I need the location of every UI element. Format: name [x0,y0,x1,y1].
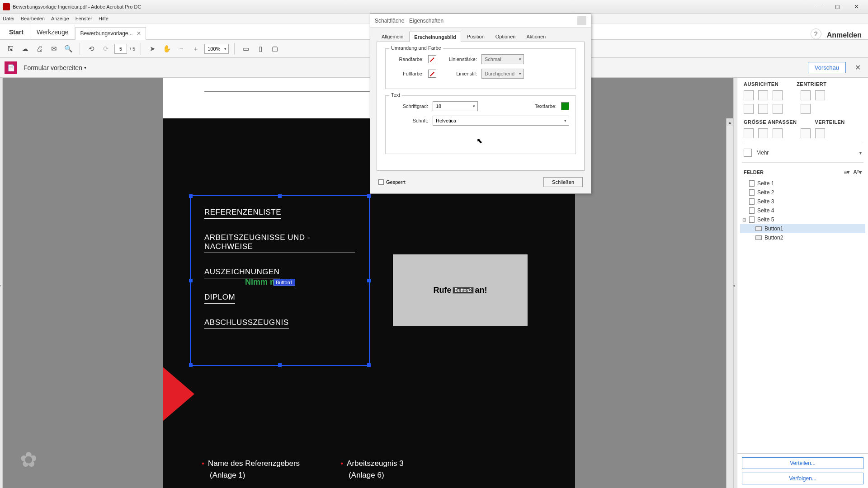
distribute-h-icon[interactable] [801,128,811,138]
align-middle-icon[interactable] [758,104,768,114]
line-style-combo[interactable]: Durchgehend [481,69,524,79]
search-icon[interactable]: 🔍 [62,43,74,55]
menu-datei[interactable]: Datei [3,16,14,21]
page-input[interactable] [114,44,127,54]
tree-field-button1[interactable]: Button1 [740,224,865,233]
fieldset-text: Text Schriftgrad: 18 Textfarbe: Schrift:… [385,95,576,154]
resize-handle[interactable] [367,194,371,198]
align-right-icon[interactable] [773,90,783,100]
print-icon[interactable]: 🖨 [33,43,45,55]
document-tab[interactable]: Bewerbungsvorlage... ✕ [75,27,146,40]
tree-field-button2[interactable]: Button2 [740,233,865,242]
match-width-icon[interactable] [744,128,754,138]
maximize-button[interactable]: ◻ [828,2,846,12]
zoom-in-icon[interactable]: + [190,43,202,55]
form-field-button1[interactable]: REFERENZENLISTE ARBEITSZEUGNISSE UND -NA… [190,195,370,366]
fit-page-icon[interactable]: ▯ [255,43,266,55]
resize-handle[interactable] [278,363,282,367]
field-name-tag: Button2 [453,287,474,294]
list-item: REFERENZENLISTE [204,208,281,219]
center-h-icon[interactable] [801,90,811,100]
align-bottom-icon[interactable] [773,104,783,114]
save-icon[interactable]: 🖫 [5,43,16,55]
more-menu[interactable]: Mehr ▾ [737,146,868,160]
center-both-icon[interactable] [801,104,811,114]
document-area[interactable]: ✿ REFERENZENLISTE ARBEITSZEUGNISSE UND -… [3,78,733,488]
resize-handle[interactable] [189,363,193,367]
tab-aktionen[interactable]: Aktionen [521,31,551,42]
minimize-button[interactable]: — [809,2,827,12]
zoom-combo[interactable]: 100% [204,44,229,54]
form-toolbar-close-icon[interactable]: ✕ [852,63,863,72]
resize-handle[interactable] [367,363,371,367]
sort-az-icon[interactable]: Aᶻ▾ [853,169,862,175]
tree-page[interactable]: Seite 2 [740,188,865,197]
hand-tool-icon[interactable]: ✋ [161,43,173,55]
help-icon[interactable]: ? [811,28,821,39]
titlebar: Bewerbungsvorlage Ingenieur.pdf - Adobe … [0,0,868,14]
document-tab-label: Bewerbungsvorlage... [80,30,132,37]
scroll-up-icon[interactable]: ▴ [726,118,733,126]
tab-allgemein[interactable]: Allgemein [377,31,408,42]
section-zentriert: ZENTRIERT [797,81,826,87]
right-nav-toggle[interactable] [733,78,737,488]
align-center-icon[interactable] [758,90,768,100]
cloud-icon[interactable]: ☁ [19,43,31,55]
align-top-icon[interactable] [744,104,754,114]
vertical-scrollbar[interactable]: ▴ [726,118,733,488]
form-field-button2[interactable]: Rufe Button2 an! [392,254,528,326]
font-size-combo[interactable]: 18 [433,101,478,111]
match-both-icon[interactable] [773,128,783,138]
verfolgen-button[interactable]: Verfolgen... [742,473,863,484]
resize-handle[interactable] [189,194,193,198]
fit-width-icon[interactable]: ▭ [240,43,252,55]
page-down-icon[interactable]: ⟳ [100,43,112,55]
section-verteilen: VERTEILEN [815,119,845,125]
menu-bearbeiten[interactable]: Bearbeiten [21,16,45,21]
dialog-close-icon[interactable] [577,16,586,25]
tree-page[interactable]: ⊟Seite 5 [740,215,865,224]
fit-visible-icon[interactable]: ▢ [269,43,281,55]
dialog-close-button[interactable]: Schließen [543,177,583,187]
resize-handle[interactable] [278,194,282,198]
resize-handle[interactable] [367,279,371,282]
border-color-swatch[interactable] [428,55,436,63]
line-thickness-combo[interactable]: Schmal [481,54,524,64]
preview-button[interactable]: Vorschau [808,62,846,73]
tab-erscheinungsbild[interactable]: Erscheinungsbild [409,32,461,42]
label-linienstil: Linienstil: [445,71,477,76]
legend-border: Umrandung und Farbe [389,45,443,51]
zoom-out-icon[interactable]: − [175,43,187,55]
verteilen-button[interactable]: Verteilen... [742,457,863,469]
form-tool-title[interactable]: Formular vorbereiten▾ [24,64,86,71]
fill-color-swatch[interactable] [428,70,436,78]
page-up-icon[interactable]: ⟲ [85,43,97,55]
sort-icon[interactable]: ≡▾ [844,169,849,175]
button2-caption-pre: Rufe [434,286,452,295]
tab-werkzeuge[interactable]: Werkzeuge [30,25,75,39]
close-window-button[interactable]: ✕ [847,2,865,12]
locked-checkbox[interactable]: Gesperrt [378,179,406,185]
match-height-icon[interactable] [758,128,768,138]
center-v-icon[interactable] [815,90,825,100]
menu-anzeige[interactable]: Anzeige [51,16,69,21]
dialog-title-bar[interactable]: Schaltfläche - Eigenschaften [370,14,591,28]
tab-optionen[interactable]: Optionen [491,31,521,42]
tab-start[interactable]: Start [3,25,30,39]
tab-position[interactable]: Position [462,31,490,42]
distribute-v-icon[interactable] [815,128,825,138]
tree-page[interactable]: Seite 1 [740,179,865,188]
signin-link[interactable]: Anmelden [827,31,862,39]
resize-handle[interactable] [189,279,193,282]
align-left-icon[interactable] [744,90,754,100]
menu-hilfe[interactable]: Hilfe [99,16,108,21]
text-color-swatch[interactable] [561,102,569,110]
select-tool-icon[interactable]: ➤ [146,43,158,55]
mail-icon[interactable]: ✉ [48,43,60,55]
tree-page[interactable]: Seite 3 [740,197,865,206]
font-combo[interactable]: Helvetica [433,116,569,126]
menu-fenster[interactable]: Fenster [75,16,92,21]
tree-page[interactable]: Seite 4 [740,206,865,215]
label-textfarbe: Textfarbe: [520,103,557,109]
document-tab-close-icon[interactable]: ✕ [137,30,141,37]
